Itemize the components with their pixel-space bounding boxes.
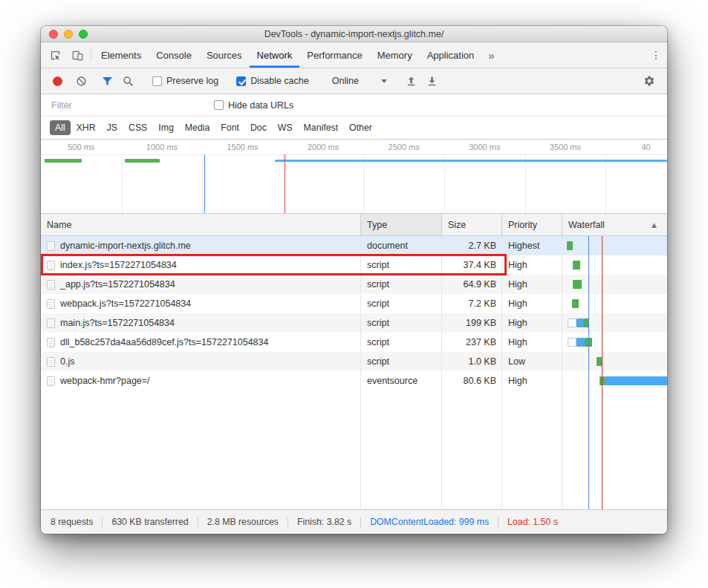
divider [288,517,288,527]
search-button[interactable] [117,71,138,91]
table-row[interactable]: index.js?ts=1572271054834 script 37.4 KB… [41,255,667,275]
device-toolbar-icon [72,50,83,61]
download-icon [426,76,438,87]
overview-tick-label: 1500 ms [213,143,273,151]
table-row[interactable]: main.js?ts=1572271054834 script 199 KB H… [41,313,667,333]
export-har-button[interactable] [422,71,443,91]
funnel-icon [102,76,113,86]
request-priority: Highest [502,236,562,255]
disable-cache-label: Disable cache [250,76,309,86]
finish-time: Finish: 3.82 s [297,517,351,527]
overview-tick-label: 40 [617,143,668,151]
tab-memory[interactable]: Memory [370,42,420,68]
table-row[interactable]: dll_b58c257da4aa56d89cef.js?ts=157227105… [41,333,667,352]
type-filter-ws[interactable]: WS [273,120,298,135]
tab-network[interactable]: Network [250,42,300,68]
type-filter-media[interactable]: Media [180,120,215,135]
request-size: 37.4 KB [442,255,502,275]
file-icon [47,299,55,309]
table-row[interactable]: _app.js?ts=1572271054834 script 64.9 KB … [41,275,667,294]
type-filter-manifest[interactable]: Manifest [299,120,343,135]
waterfall-bar-blue [577,338,585,347]
request-priority: High [502,275,562,294]
request-type: script [361,294,442,313]
type-filter-js[interactable]: JS [102,120,123,135]
table-body: dynamic-import-nextjs.glitch.me document… [41,236,667,391]
device-toolbar-button[interactable] [66,42,88,68]
more-tabs-button[interactable]: » [481,42,501,68]
zoom-button[interactable] [79,30,88,39]
column-header-type[interactable]: Type [361,214,442,235]
minimize-button[interactable] [64,30,73,39]
overview-gridline [283,154,284,213]
request-priority: Low [502,352,562,371]
type-filter-all[interactable]: All [50,120,71,135]
column-label: Name [47,220,71,230]
tab-performance[interactable]: Performance [299,42,369,68]
request-type: script [361,255,442,275]
hide-data-urls-group: Hide data URLs [214,100,293,111]
preserve-log-label: Preserve log [166,76,218,86]
close-button[interactable] [49,30,58,39]
pill-list: AllXHRJSCSSImgMediaFontDocWSManifestOthe… [50,120,377,135]
filter-toggle-button[interactable] [97,71,117,91]
tab-application[interactable]: Application [420,42,482,68]
type-filter-xhr[interactable]: XHR [71,120,101,135]
column-header-size[interactable]: Size [442,214,502,235]
timeline-overview[interactable]: 500 ms1000 ms1500 ms2000 ms2500 ms3000 m… [41,139,667,214]
column-header-name[interactable]: Name [41,214,361,235]
table-row[interactable]: dynamic-import-nextjs.glitch.me document… [41,236,667,255]
request-name: index.js?ts=1572271054834 [60,260,177,270]
name-cell: _app.js?ts=1572271054834 [41,275,361,294]
preserve-log-checkbox[interactable] [152,76,162,86]
type-filter-doc[interactable]: Doc [245,120,272,135]
column-header-waterfall[interactable]: Waterfall ▲ [562,214,667,235]
request-priority: High [502,333,562,352]
type-filter-other[interactable]: Other [344,120,377,135]
waterfall-bar-green [567,241,573,250]
table-row[interactable]: webpack.js?ts=1572271054834 script 7.2 K… [41,294,667,313]
request-waterfall [562,275,667,294]
overview-gridline [605,154,606,213]
divider [198,517,198,527]
table-row[interactable]: webpack-hmr?page=/ eventsource 80.6 KB H… [41,371,667,391]
devtools-window: DevTools - dynamic-import-nextjs.glitch.… [41,26,667,534]
request-type: script [361,313,442,333]
request-size: 1.0 KB [442,352,502,371]
column-header-priority[interactable]: Priority [502,214,562,235]
import-har-button[interactable] [401,71,422,91]
settings-button[interactable] [639,71,660,91]
request-name: webpack-hmr?page=/ [60,376,150,386]
throttling-dropdown[interactable]: Online [332,76,387,86]
tab-elements[interactable]: Elements [94,42,149,68]
window-titlebar[interactable]: DevTools - dynamic-import-nextjs.glitch.… [41,26,667,42]
tab-strip: ElementsConsoleSourcesNetworkPerformance… [94,42,481,68]
column-divider [360,236,361,509]
type-filter-img[interactable]: Img [153,120,179,135]
waterfall-bar-stalled [568,338,577,347]
overview-tick-label: 3000 ms [455,143,514,151]
type-filter-css[interactable]: CSS [123,120,152,135]
waterfall-bar-green [572,299,579,308]
table-row[interactable]: 0.js script 1.0 KB Low [41,352,667,371]
name-cell: webpack-hmr?page=/ [41,371,361,391]
preserve-log-group: Preserve log [152,76,218,86]
tab-console[interactable]: Console [149,42,199,68]
tab-sources[interactable]: Sources [199,42,250,68]
disable-cache-checkbox[interactable] [236,76,246,86]
requests-count: 8 requests [51,517,93,527]
hide-data-urls-checkbox[interactable] [214,100,224,110]
devtools-menu-button[interactable]: ⋮ [645,42,667,68]
request-priority: High [502,313,562,333]
record-button[interactable] [53,76,62,86]
column-label: Type [367,220,387,230]
waterfall-bar-stalled [568,318,577,327]
type-filter-font[interactable]: Font [215,120,244,135]
filter-input[interactable] [50,99,180,111]
clear-button[interactable] [71,71,91,91]
request-type: script [361,333,442,352]
request-size: 80.6 KB [442,371,502,391]
request-name: main.js?ts=1572271054834 [60,318,175,328]
inspect-element-button[interactable] [44,42,66,68]
column-divider [562,236,562,509]
